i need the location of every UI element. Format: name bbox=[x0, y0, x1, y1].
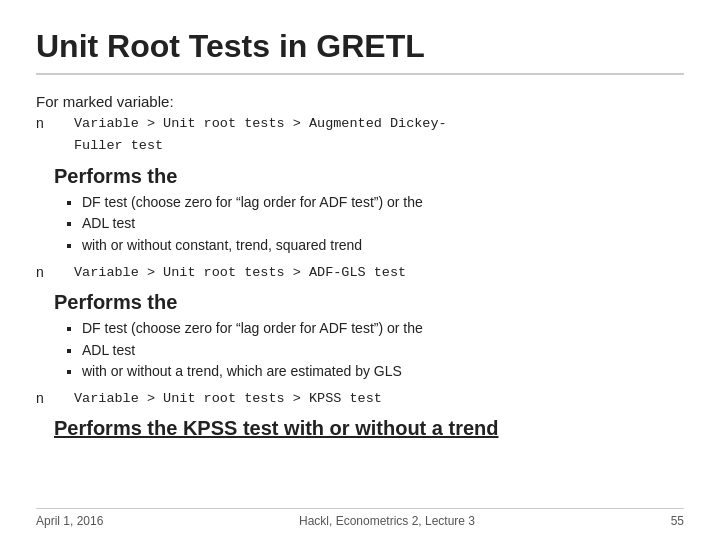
list-item: DF test (choose zero for “lag order for … bbox=[82, 318, 684, 340]
section1-performs: Performs the bbox=[54, 165, 684, 188]
bullet-symbol-1: n bbox=[36, 115, 50, 131]
section2-mono-line1: Variable > Unit root tests > ADF-GLS tes… bbox=[74, 263, 406, 283]
section-1: n Variable > Unit root tests > Augmented… bbox=[36, 114, 684, 257]
section1-mono-block: n Variable > Unit root tests > Augmented… bbox=[36, 114, 684, 159]
list-item: ADL test bbox=[82, 340, 684, 362]
bullet-symbol-3: n bbox=[36, 390, 50, 406]
slide-footer: April 1, 2016 Hackl, Econometrics 2, Lec… bbox=[36, 508, 684, 528]
section2-mono-block: n Variable > Unit root tests > ADF-GLS t… bbox=[36, 263, 684, 285]
section3-performs: Performs the KPSS test with or without a… bbox=[54, 417, 684, 440]
section1-mono-line2: Fuller test bbox=[74, 136, 447, 156]
footer-right: 55 bbox=[671, 514, 684, 528]
section3-mono-block: n Variable > Unit root tests > KPSS test bbox=[36, 389, 684, 411]
intro-label: For marked variable: bbox=[36, 93, 684, 110]
section1-bullets: DF test (choose zero for “lag order for … bbox=[82, 192, 684, 257]
section1-mono-line1: Variable > Unit root tests > Augmented D… bbox=[74, 114, 447, 134]
bullet-symbol-2: n bbox=[36, 264, 50, 280]
footer-left: April 1, 2016 bbox=[36, 514, 103, 528]
footer-center: Hackl, Econometrics 2, Lecture 3 bbox=[299, 514, 475, 528]
list-item: with or without constant, trend, squared… bbox=[82, 235, 684, 257]
slide: Unit Root Tests in GRETL For marked vari… bbox=[0, 0, 720, 540]
slide-title: Unit Root Tests in GRETL bbox=[36, 28, 684, 75]
section2-performs: Performs the bbox=[54, 291, 684, 314]
section-3: n Variable > Unit root tests > KPSS test… bbox=[36, 389, 684, 440]
list-item: DF test (choose zero for “lag order for … bbox=[82, 192, 684, 214]
section-2: n Variable > Unit root tests > ADF-GLS t… bbox=[36, 263, 684, 383]
section3-mono-line1: Variable > Unit root tests > KPSS test bbox=[74, 389, 382, 409]
list-item: with or without a trend, which are estim… bbox=[82, 361, 684, 383]
list-item: ADL test bbox=[82, 213, 684, 235]
section2-bullets: DF test (choose zero for “lag order for … bbox=[82, 318, 684, 383]
